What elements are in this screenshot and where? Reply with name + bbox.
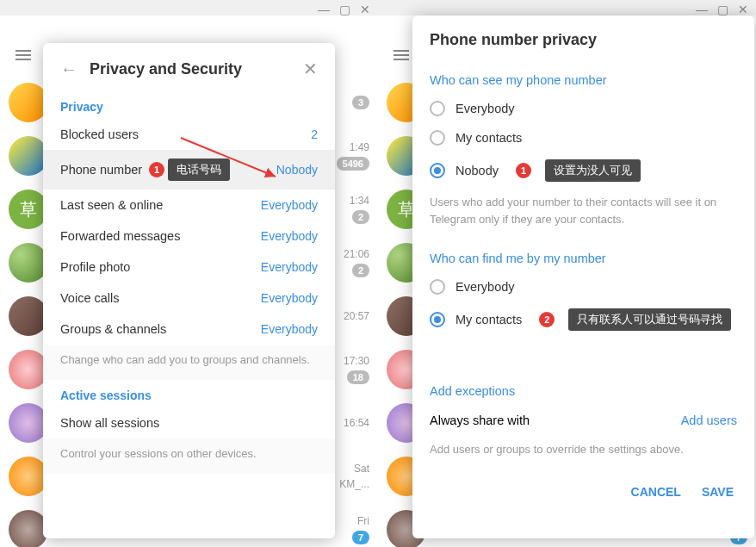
radio-icon — [430, 163, 445, 178]
blocked-users-row[interactable]: Blocked users 2 — [43, 119, 335, 150]
chat-time: Sat — [354, 463, 369, 475]
phone-privacy-modal: Phone number privacy Who can see my phon… — [412, 16, 754, 538]
last-seen-row[interactable]: Last seen & online Everybody — [43, 190, 335, 221]
radio-contacts-see[interactable]: My contacts — [412, 123, 754, 152]
modal-title: Privacy and Security — [90, 60, 291, 78]
setting-value: 2 — [311, 127, 318, 141]
setting-label: Last seen & online — [60, 198, 163, 212]
chat-preview: KM_... — [339, 478, 369, 490]
always-share-row[interactable]: Always share with Add users — [412, 405, 754, 436]
maximize-icon[interactable]: ▢ — [338, 3, 350, 16]
menu-icon[interactable] — [393, 50, 409, 60]
setting-label: Blocked users — [60, 127, 139, 141]
modal-title: Phone number privacy — [430, 31, 737, 49]
modal-footer: CANCEL SAVE — [412, 469, 754, 514]
unread-badge: 7 — [352, 531, 369, 544]
unread-badge: 18 — [347, 370, 369, 384]
always-share-label: Always share with — [430, 413, 530, 427]
annotation-label: 电话号码 — [168, 159, 230, 181]
window-controls: — ▢ ✕ — [311, 0, 378, 19]
annotation-label: 设置为没人可见 — [545, 159, 641, 182]
maximize-icon[interactable]: ▢ — [716, 3, 728, 16]
minimize-icon[interactable]: — — [696, 3, 708, 16]
profile-photo-row[interactable]: Profile photo Everybody — [43, 252, 335, 283]
who-can-find-label: Who can find me by my number — [412, 239, 754, 272]
annotation-label: 只有联系人可以通过号码寻找 — [568, 308, 731, 331]
unread-badge: 3 — [352, 96, 369, 109]
radio-label: My contacts — [455, 313, 522, 326]
radio-nobody-see[interactable]: Nobody 1 设置为没人可见 — [412, 152, 754, 189]
active-sessions-label[interactable]: Active sessions — [43, 380, 335, 407]
radio-label: My contacts — [455, 131, 522, 145]
close-icon[interactable]: ✕ — [359, 3, 371, 16]
close-icon[interactable]: ✕ — [303, 59, 318, 79]
forwarded-messages-row[interactable]: Forwarded messages Everybody — [43, 221, 335, 252]
chat-time: 17:30 — [344, 355, 369, 367]
radio-everybody-see[interactable]: Everybody — [412, 94, 754, 123]
sessions-hint: Control your sessions on other devices. — [43, 438, 335, 474]
setting-value: Nobody — [276, 163, 318, 177]
radio-contacts-find[interactable]: My contacts 2 只有联系人可以通过号码寻找 — [412, 301, 754, 338]
voice-calls-row[interactable]: Voice calls Everybody — [43, 283, 335, 314]
privacy-section-label: Privacy — [43, 91, 335, 119]
radio-label: Nobody — [455, 164, 499, 177]
annotation-badge: 2 — [539, 312, 555, 327]
minimize-icon[interactable]: — — [318, 3, 330, 16]
setting-label: Groups & channels — [60, 322, 166, 336]
chat-time: 21:06 — [344, 248, 369, 260]
add-users-link[interactable]: Add users — [681, 413, 737, 427]
setting-value: Everybody — [261, 322, 318, 336]
see-hint: Users who add your number to their conta… — [412, 189, 754, 239]
menu-icon[interactable] — [15, 50, 31, 60]
chat-time: 16:54 — [344, 417, 369, 429]
annotation-badge: 1 — [149, 162, 164, 177]
setting-label: Profile photo — [60, 260, 130, 274]
setting-value: Everybody — [261, 229, 318, 243]
annotation-badge: 1 — [516, 163, 531, 178]
unread-badge: 5496 — [337, 157, 369, 171]
groups-hint: Change who can add you to groups and cha… — [43, 345, 335, 380]
right-pane: — ▢ ✕ 3 1:495496 草1:342 21:062 20:57 17:… — [378, 0, 756, 547]
chat-time: 1:49 — [350, 141, 369, 153]
find-hint — [412, 338, 754, 372]
radio-icon — [430, 101, 445, 116]
chat-time: 1:34 — [350, 195, 369, 207]
radio-icon — [430, 130, 445, 146]
modal-header: Phone number privacy — [412, 16, 754, 61]
chat-time: 20:57 — [344, 310, 369, 322]
back-arrow-icon[interactable]: ← — [60, 59, 77, 79]
unread-badge: 2 — [352, 264, 369, 277]
radio-label: Everybody — [455, 102, 515, 115]
setting-label: Phone number — [60, 163, 142, 177]
setting-label: Voice calls — [60, 291, 120, 305]
exceptions-hint: Add users or groups to override the sett… — [412, 436, 754, 470]
radio-icon — [430, 312, 445, 327]
radio-label: Everybody — [455, 280, 515, 294]
setting-label: Show all sessions — [60, 416, 159, 430]
close-icon[interactable]: ✕ — [737, 3, 749, 16]
setting-value: Everybody — [261, 260, 318, 274]
privacy-security-modal: ← Privacy and Security ✕ Privacy Blocked… — [43, 43, 335, 538]
unread-badge: 2 — [352, 210, 369, 224]
add-exceptions-label: Add exceptions — [412, 372, 754, 405]
who-can-see-label: Who can see my phone number — [412, 61, 754, 94]
cancel-button[interactable]: CANCEL — [631, 485, 681, 499]
chat-time: Fri — [357, 515, 369, 527]
radio-everybody-find[interactable]: Everybody — [412, 272, 754, 301]
left-pane: — ▢ ✕ 3 1:495496 草1:342 21:062 20:57 17:… — [0, 0, 378, 547]
groups-channels-row[interactable]: Groups & channels Everybody — [43, 314, 335, 345]
show-all-sessions-row[interactable]: Show all sessions — [43, 407, 335, 438]
modal-header: ← Privacy and Security ✕ — [43, 43, 335, 91]
save-button[interactable]: SAVE — [702, 485, 734, 499]
setting-value: Everybody — [261, 291, 318, 305]
setting-value: Everybody — [261, 198, 318, 212]
setting-label: Forwarded messages — [60, 229, 180, 243]
radio-icon — [430, 279, 445, 295]
phone-number-row[interactable]: Phone number 1 电话号码 Nobody — [43, 150, 335, 190]
